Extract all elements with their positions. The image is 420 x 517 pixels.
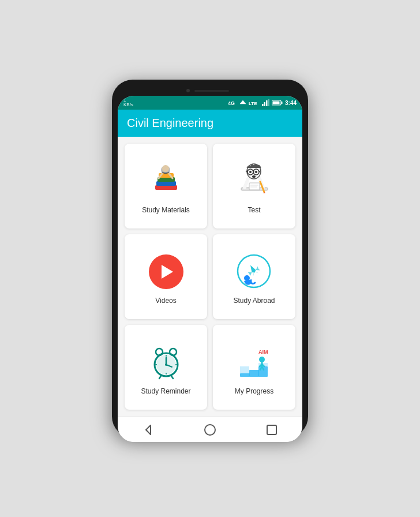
svg-text:AIM: AIM	[258, 349, 268, 355]
videos-icon	[146, 252, 186, 292]
back-button[interactable]	[139, 421, 158, 439]
signal-icon	[239, 99, 247, 106]
svg-point-42	[165, 364, 167, 366]
svg-point-26	[255, 171, 257, 173]
videos-label: Videos	[155, 297, 176, 305]
home-button[interactable]	[201, 421, 219, 439]
study-abroad-icon	[234, 252, 275, 292]
svg-rect-4	[264, 102, 265, 106]
grid-content: Study Materials	[118, 137, 302, 417]
svg-rect-51	[249, 370, 258, 377]
study-materials-label: Study Materials	[142, 206, 190, 214]
phone-screen: 1 KB/s 4G LTE	[118, 96, 302, 442]
svg-rect-8	[281, 102, 282, 104]
phone-frame: 1 KB/s 4G LTE	[112, 80, 308, 437]
svg-point-16	[162, 165, 169, 172]
svg-line-44	[171, 375, 173, 379]
study-reminder-card[interactable]: Study Reminder	[125, 325, 207, 410]
svg-rect-29	[249, 183, 260, 190]
status-right: 4G LTE	[228, 99, 297, 106]
svg-rect-13	[156, 181, 176, 186]
status-speed: 1 KB/s	[123, 98, 133, 107]
svg-rect-65	[267, 425, 276, 434]
study-reminder-icon	[146, 342, 186, 383]
back-icon	[141, 423, 155, 437]
my-progress-label: My Progress	[235, 387, 273, 395]
svg-marker-1	[240, 100, 246, 104]
recent-button[interactable]	[262, 421, 281, 439]
svg-rect-3	[262, 104, 264, 106]
svg-point-64	[205, 425, 215, 435]
camera-area	[118, 85, 302, 96]
status-bar: 1 KB/s 4G LTE	[118, 96, 302, 110]
test-label: Test	[247, 206, 260, 214]
svg-point-27	[252, 175, 256, 178]
app-bar: Civil Engineering	[118, 110, 302, 137]
test-icon	[234, 161, 275, 201]
battery-icon	[272, 99, 283, 106]
signal-bars-icon	[262, 99, 270, 106]
svg-text:4G: 4G	[228, 100, 235, 106]
nav-bar	[118, 417, 302, 442]
home-icon	[203, 423, 217, 437]
app-title: Civil Engineering	[127, 117, 213, 130]
svg-rect-12	[155, 185, 177, 190]
svg-marker-63	[146, 425, 151, 434]
my-progress-icon: AIM	[234, 342, 275, 383]
videos-card[interactable]: Videos	[125, 234, 207, 319]
svg-rect-9	[272, 102, 279, 104]
study-materials-icon	[146, 161, 186, 201]
study-materials-card[interactable]: Study Materials	[125, 144, 207, 228]
study-abroad-label: Study Abroad	[233, 297, 275, 305]
svg-point-25	[249, 171, 252, 173]
speaker-line	[194, 90, 229, 92]
svg-rect-49	[240, 373, 249, 377]
network-icon: 4G	[228, 99, 237, 106]
svg-rect-5	[266, 100, 268, 106]
svg-text:LTE: LTE	[249, 101, 257, 106]
study-reminder-label: Study Reminder	[141, 387, 190, 395]
svg-rect-50	[240, 366, 249, 373]
study-abroad-card[interactable]: Study Abroad	[213, 234, 295, 319]
recent-icon	[265, 423, 279, 437]
clock-time: 3:44	[285, 100, 297, 106]
my-progress-card[interactable]: AIM My Progress	[213, 325, 295, 410]
svg-rect-6	[268, 99, 269, 106]
lte-icon: LTE	[249, 99, 260, 106]
svg-line-43	[159, 375, 162, 379]
camera-dot	[186, 89, 190, 92]
test-card[interactable]: Test	[213, 144, 295, 228]
